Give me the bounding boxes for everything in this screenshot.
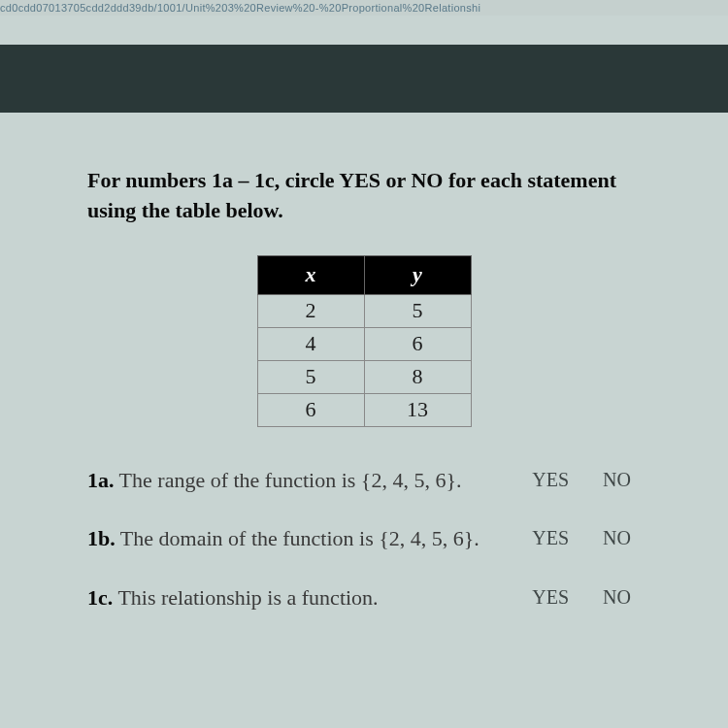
question-label: 1b.	[87, 526, 116, 550]
question-1a: 1a. The range of the function is {2, 4, …	[87, 466, 641, 496]
url-bar: cd0cdd07013705cdd2ddd39db/1001/Unit%203%…	[0, 0, 728, 16]
question-1b: 1b. The domain of the function is {2, 4,…	[87, 524, 641, 554]
question-body: The domain of the function is {2, 4, 5, …	[120, 526, 480, 550]
table-row: 4 6	[257, 327, 471, 360]
table-row: 2 5	[257, 294, 471, 327]
option-no[interactable]: NO	[603, 469, 631, 491]
table-header-x: x	[257, 255, 364, 294]
option-yes[interactable]: YES	[532, 527, 569, 549]
option-no[interactable]: NO	[603, 527, 631, 549]
question-text: 1b. The domain of the function is {2, 4,…	[87, 524, 532, 554]
question-label: 1c.	[87, 585, 113, 610]
table-cell: 5	[364, 294, 471, 327]
xy-table: x y 2 5 4 6 5 8 6 13	[257, 255, 472, 427]
table-cell: 13	[364, 393, 471, 426]
table-cell: 8	[364, 360, 471, 393]
table-row: 5 8	[257, 360, 471, 393]
option-yes[interactable]: YES	[532, 586, 569, 609]
instructions-text: For numbers 1a – 1c, circle YES or NO fo…	[87, 166, 641, 226]
question-label: 1a.	[87, 468, 115, 492]
table-cell: 2	[257, 294, 364, 327]
table-cell: 6	[364, 327, 471, 360]
question-body: The range of the function is {2, 4, 5, 6…	[119, 468, 462, 492]
table-header-y: y	[364, 255, 471, 294]
table-cell: 4	[257, 327, 364, 360]
option-yes[interactable]: YES	[532, 469, 569, 491]
question-text: 1a. The range of the function is {2, 4, …	[87, 466, 532, 496]
header-band	[0, 45, 728, 113]
table-cell: 5	[257, 360, 364, 393]
content-area: For numbers 1a – 1c, circle YES or NO fo…	[0, 113, 728, 613]
questions-list: 1a. The range of the function is {2, 4, …	[87, 466, 641, 613]
table-cell: 6	[257, 393, 364, 426]
question-1c: 1c. This relationship is a function. YES…	[87, 583, 641, 613]
question-body: This relationship is a function.	[117, 585, 378, 610]
question-text: 1c. This relationship is a function.	[87, 583, 532, 613]
option-no[interactable]: NO	[603, 586, 631, 609]
table-row: 6 13	[257, 393, 471, 426]
